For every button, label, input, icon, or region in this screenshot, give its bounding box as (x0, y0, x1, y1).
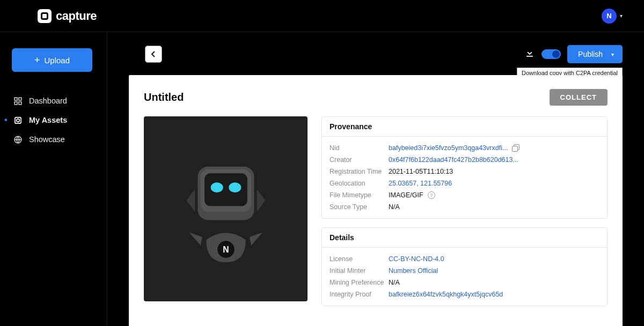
details-mining-preference: Mining Preference N/A (330, 277, 599, 288)
app-header: capture N ▾ (0, 0, 644, 32)
svg-rect-11 (204, 173, 247, 206)
main-content: Publish ▾ Download copy with C2PA creden… (107, 32, 644, 326)
asset-info: Provenance Nid bafybeied3i7xie5fvzo5ym3q… (321, 116, 608, 315)
robot-illustration: N (170, 136, 282, 282)
svg-rect-0 (14, 98, 17, 100)
provenance-source-type: Source Type N/A (330, 201, 599, 213)
back-button[interactable] (145, 46, 162, 63)
provenance-registration-time: Registration Time 2021-11-05T11:10:13 (330, 166, 599, 177)
details-heading: Details (322, 228, 607, 248)
copy-icon[interactable] (512, 144, 519, 152)
asset-card: Untitled COLLECT (129, 75, 623, 326)
provenance-heading: Provenance (322, 117, 607, 137)
sidebar-item-label: My Assets (29, 116, 67, 124)
collect-button[interactable]: COLLECT (550, 89, 608, 106)
plus-icon: + (34, 55, 40, 65)
assets-icon (13, 115, 23, 125)
account-menu[interactable]: N ▾ (602, 9, 623, 24)
logo-icon (38, 9, 52, 23)
publish-button[interactable]: Publish ▾ (567, 45, 623, 63)
svg-marker-7 (186, 189, 195, 212)
dashboard-icon (13, 96, 23, 106)
details-initial-minter: Initial Minter Numbers Official (330, 265, 599, 277)
details-integrity-proof: Integrity Proof bafkreiez6x64fzvk5qkhgk4… (330, 288, 599, 300)
avatar: N (602, 9, 617, 24)
sidebar-item-label: Dashboard (29, 97, 67, 105)
svg-rect-3 (18, 101, 21, 104)
provenance-file-mimetype: File Mimetype IMAGE/GIF ? (330, 189, 599, 201)
svg-point-5 (16, 118, 19, 122)
svg-point-12 (210, 182, 223, 192)
publish-label: Publish (578, 50, 603, 58)
chevron-down-icon: ▾ (611, 51, 614, 57)
sidebar-item-dashboard[interactable]: Dashboard (12, 91, 95, 110)
public-toggle[interactable] (541, 49, 561, 59)
provenance-creator: Creator 0x64f7f6b122daad47fc427b2b8b620d… (330, 154, 599, 166)
sidebar: + Upload Dashboard My Assets Showcase (0, 32, 107, 326)
help-icon[interactable]: ? (428, 191, 435, 199)
svg-marker-14 (189, 233, 202, 246)
provenance-panel: Provenance Nid bafybeied3i7xie5fvzo5ym3q… (321, 116, 608, 219)
download-icon[interactable] (524, 48, 535, 61)
details-license: License CC-BY-NC-ND-4.0 (330, 253, 599, 265)
brand-name: capture (56, 9, 97, 23)
svg-rect-1 (18, 98, 21, 100)
svg-rect-2 (14, 101, 17, 104)
svg-marker-15 (250, 233, 262, 246)
chevron-down-icon: ▾ (620, 13, 623, 19)
showcase-icon (13, 135, 23, 144)
asset-toolbar: Publish ▾ Download copy with C2PA creden… (129, 45, 623, 63)
svg-rect-4 (14, 117, 20, 123)
svg-text:N: N (223, 245, 229, 254)
svg-marker-8 (257, 189, 265, 212)
upload-label: Upload (44, 56, 70, 65)
upload-button[interactable]: + Upload (12, 48, 92, 72)
details-panel: Details License CC-BY-NC-ND-4.0 Initial … (321, 227, 608, 306)
brand-logo[interactable]: capture (38, 9, 97, 23)
sidebar-item-showcase[interactable]: Showcase (12, 130, 95, 149)
asset-preview: N (144, 116, 308, 301)
svg-point-13 (229, 182, 241, 192)
sidebar-item-my-assets[interactable]: My Assets (12, 110, 95, 130)
asset-title: Untitled (144, 91, 184, 103)
provenance-geolocation: Geolocation 25.03657, 121.55796 (330, 177, 599, 189)
provenance-nid: Nid bafybeied3i7xie5fvzo5ym3qga43vrxdfi.… (330, 142, 599, 154)
sidebar-item-label: Showcase (29, 135, 65, 144)
